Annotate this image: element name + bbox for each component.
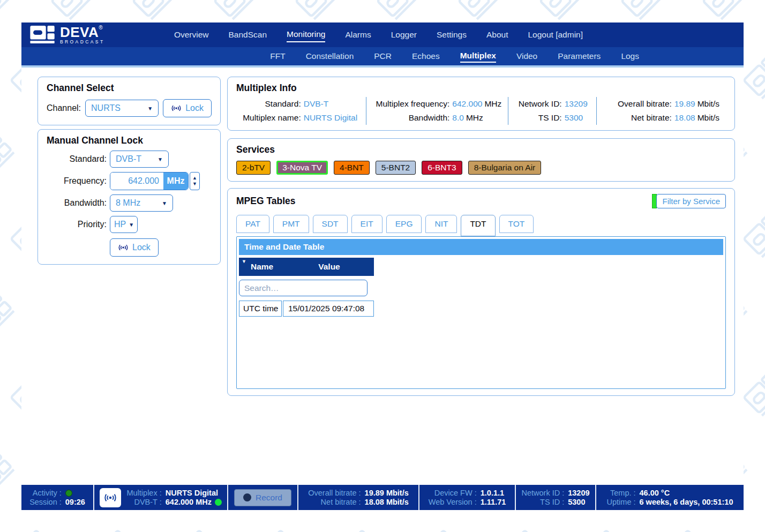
mpeg-tabs: PAT PMT SDT EIT EPG NIT TDT TOT — [236, 215, 726, 236]
tab-tot[interactable]: TOT — [499, 215, 534, 233]
deva-logo-mark-icon — [30, 26, 56, 44]
dvbt-value: 642.000 MHz — [166, 498, 212, 506]
standard-dropdown-value: DVB-T — [116, 154, 141, 164]
info-value: 18.08 — [674, 113, 695, 122]
deva-logo: DEVA® BROADCAST — [30, 25, 105, 44]
dvbt-label: DVB-T : — [126, 498, 161, 506]
subnav-item-multiplex[interactable]: Multiplex — [460, 50, 496, 63]
table-column-header[interactable]: ▼ Name Value — [239, 258, 374, 276]
subnav-item-parameters[interactable]: Parameters — [558, 50, 601, 62]
subnav-item-fft[interactable]: FFT — [270, 50, 285, 62]
status-section-session: Activity : Session : 09:26 — [21, 485, 94, 510]
manual-lock-button[interactable]: Lock — [110, 238, 159, 257]
spinner-down-icon[interactable]: ▼ — [192, 181, 197, 187]
tab-epg[interactable]: EPG — [386, 215, 422, 233]
session-value: 09:26 — [65, 498, 85, 506]
nav-item-logout[interactable]: Logout [admin] — [528, 28, 583, 42]
status-section-ids: Network ID : 13209 TS ID : 5300 — [516, 485, 596, 510]
status-section-bitrates: Overall bitrate : 19.89 Mbit/s Net bitra… — [298, 485, 419, 510]
tab-nit[interactable]: NIT — [425, 215, 457, 233]
manual-lock-button-row: Lock — [110, 238, 212, 257]
antenna-icon — [100, 488, 121, 507]
service-badge-4-bnt[interactable]: 4-BNT — [334, 161, 370, 175]
chevron-down-icon: ▼ — [142, 106, 153, 111]
service-badge-8-bulgaria-on-air[interactable]: 8-Bulgaria on Air — [468, 161, 542, 175]
subnav-item-video[interactable]: Video — [516, 50, 537, 62]
nav-item-settings[interactable]: Settings — [437, 28, 467, 42]
subnav-item-logs[interactable]: Logs — [621, 50, 639, 62]
channel-select-title: Channel Select — [47, 83, 212, 94]
frequency-input[interactable] — [110, 173, 163, 190]
tab-sdt[interactable]: SDT — [313, 215, 348, 233]
tab-pat[interactable]: PAT — [236, 215, 269, 233]
table-title-bar: Time and Date Table — [239, 239, 723, 255]
channel-label: Channel: — [47, 103, 81, 113]
row-value-cell: 15/01/2025 09:47:08 — [283, 301, 374, 317]
services-row: 2-bTV 3-Nova TV 4-BNT 5-BNT2 6-BNT3 8-Bu… — [236, 161, 726, 175]
info-label: Overall bitrate: — [618, 97, 674, 111]
web-version-label: Web Version : — [429, 498, 477, 506]
tab-pmt[interactable]: PMT — [273, 215, 309, 233]
net-bitrate-value: 18.08 Mbit/s — [365, 498, 409, 506]
bandwidth-dropdown[interactable]: 8 MHz ▼ — [110, 194, 173, 212]
filter-by-service-button[interactable]: Filter by Service — [656, 194, 726, 208]
manual-lock-title: Manual Channel Lock — [47, 135, 212, 146]
nav-item-bandscan[interactable]: BandScan — [229, 28, 267, 42]
info-label: Multiplex frequency: — [376, 97, 453, 111]
antenna-icon — [171, 104, 182, 112]
nav-item-logger[interactable]: Logger — [391, 28, 417, 42]
frequency-label: Frequency: — [47, 176, 107, 186]
subnav-item-echoes[interactable]: Echoes — [412, 50, 440, 62]
chevron-down-icon: ▼ — [156, 200, 167, 206]
table-search-input[interactable] — [239, 280, 368, 296]
tab-eit[interactable]: EIT — [351, 215, 382, 233]
table-row: UTC time 15/01/2025 09:47:08 — [239, 301, 723, 317]
channel-lock-button[interactable]: Lock — [163, 99, 212, 117]
frequency-input-group: MHz — [110, 172, 189, 190]
channel-select-row: Channel: NURTS ▼ Lock — [47, 99, 212, 117]
mpeg-tables-header: MPEG Tables Filter by Service — [236, 194, 726, 208]
tdt-table-container: Time and Date Table ▼ Name Value UTC tim… — [236, 236, 726, 389]
row-name-cell: UTC time — [239, 301, 282, 317]
standard-dropdown[interactable]: DVB-T ▼ — [110, 151, 169, 168]
nav-item-monitoring[interactable]: Monitoring — [287, 27, 325, 42]
info-value: 13209 — [565, 99, 588, 108]
multiplex-info-panel: Multiplex Info Standard:DVB-T Multiplex … — [227, 77, 735, 131]
service-badge-5-bnt2[interactable]: 5-BNT2 — [376, 161, 416, 175]
nav-item-about[interactable]: About — [486, 28, 508, 42]
nav-item-overview[interactable]: Overview — [174, 28, 209, 42]
antenna-icon — [118, 244, 129, 251]
tab-tdt[interactable]: TDT — [461, 215, 495, 236]
overall-bitrate-value: 19.89 Mbit/s — [365, 489, 409, 497]
nav-item-alarms[interactable]: Alarms — [345, 28, 371, 42]
subnav-item-pcr[interactable]: PCR — [374, 50, 392, 62]
info-label: TS ID: — [519, 111, 565, 125]
record-dot-icon — [243, 493, 251, 501]
service-badge-3-nova-tv[interactable]: 3-Nova TV — [276, 161, 328, 175]
multiplex-label: Multiplex : — [126, 489, 161, 497]
uptime-label: Uptime : — [607, 498, 636, 506]
multiplex-info-title: Multiplex Info — [236, 83, 726, 94]
mpeg-tables-panel: MPEG Tables Filter by Service PAT PMT SD… — [227, 188, 735, 396]
spinner-up-icon[interactable]: ▲ — [192, 175, 197, 181]
status-section-versions: Device FW : 1.0.1.1 Web Version : 1.11.7… — [419, 485, 516, 510]
sort-icon: ▼ — [242, 259, 246, 264]
info-label: Bandwidth: — [376, 111, 453, 125]
frequency-row: Frequency: MHz ▲ ▼ — [47, 172, 212, 190]
status-section-system: Temp. : 46.00 °C Uptime : 6 weeks, 6 day… — [596, 485, 744, 510]
info-value: DVB-T — [304, 99, 329, 108]
service-badge-2-btv[interactable]: 2-bTV — [236, 161, 271, 175]
channel-dropdown[interactable]: NURTS ▼ — [85, 100, 159, 117]
temp-value: 46.00 °C — [640, 489, 733, 497]
info-unit: MHz — [464, 113, 483, 122]
multiplex-info-col-frequency: Multiplex frequency:642.000MHz Bandwidth… — [366, 97, 508, 125]
manual-lock-label: Lock — [132, 243, 151, 252]
record-button[interactable]: Record — [234, 489, 291, 506]
column-header-value: Value — [318, 262, 340, 272]
info-label: Net bitrate: — [618, 111, 674, 125]
subnav-item-constellation[interactable]: Constellation — [306, 50, 354, 62]
bandwidth-dropdown-value: 8 MHz — [116, 198, 140, 208]
service-badge-6-bnt3[interactable]: 6-BNT3 — [422, 161, 462, 175]
frequency-unit: MHz — [163, 173, 188, 190]
priority-dropdown[interactable]: HP ▼ — [110, 216, 138, 233]
